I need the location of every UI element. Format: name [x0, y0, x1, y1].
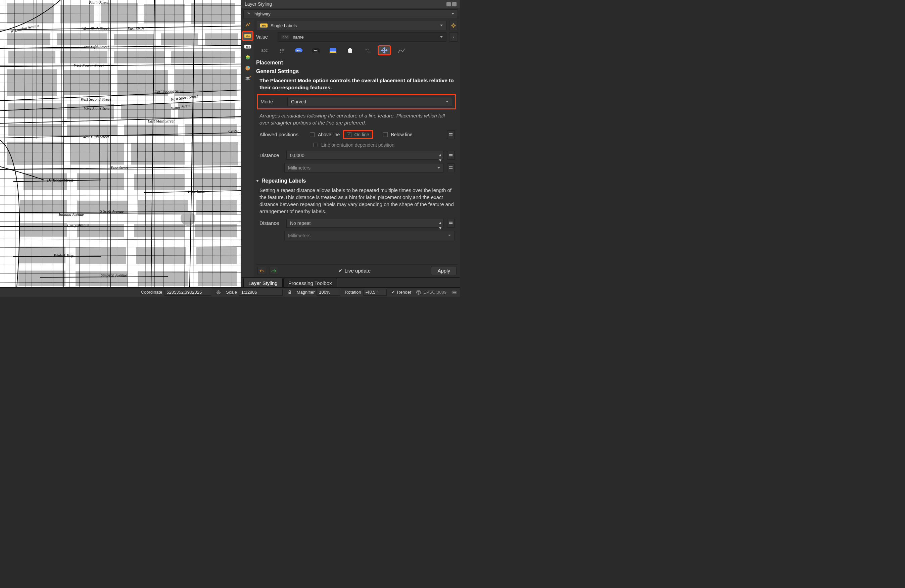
styling-main: abc Single Labels Value abc name	[254, 19, 460, 277]
3d-tab[interactable]	[243, 53, 253, 62]
orientation-row: Line orientation dependent position	[256, 142, 457, 148]
diagram-tab[interactable]	[243, 64, 253, 73]
svg-rect-140	[449, 135, 453, 136]
formatting-subtab[interactable]: abc< c	[275, 46, 288, 55]
value-field-dropdown[interactable]: abc name	[278, 32, 446, 41]
labels-tab[interactable]: abc	[243, 32, 253, 40]
layer-selector-dropdown[interactable]: highway	[243, 10, 458, 18]
svg-rect-20	[121, 104, 171, 119]
street-label: Central Avenue	[228, 129, 241, 133]
close-icon[interactable]	[452, 2, 457, 6]
text-subtab[interactable]: abc	[258, 46, 271, 55]
label-settings-icon[interactable]	[449, 21, 458, 30]
rendering-subtab[interactable]	[395, 46, 408, 55]
mag-value[interactable]: 100%	[316, 289, 340, 296]
magnifier-field: Magnifier 100%	[297, 289, 340, 296]
status-bar: Coordinate 5285352,3902325 Scale 1:12886…	[0, 287, 460, 297]
repeat-distance-label: Distance	[259, 220, 283, 226]
label-subtabs: abc abc< c abc abc	[256, 44, 458, 59]
street-label: West Fifth Street	[82, 44, 109, 49]
repeating-expander[interactable]: Repeating Labels	[256, 178, 457, 184]
messages-icon[interactable]	[451, 290, 457, 295]
placement-help-text: The Placement Mode option controls the o…	[259, 77, 454, 91]
street-label: Winbak Way	[54, 253, 74, 258]
label-mode-dropdown[interactable]: abc Single Labels	[256, 21, 446, 30]
live-update-label: Live update	[345, 268, 371, 274]
allowed-label: Allowed positions	[259, 132, 306, 137]
svg-point-110	[249, 23, 251, 24]
epsg-field[interactable]: EPSG:3089	[416, 290, 446, 295]
symbology-tab[interactable]	[243, 21, 253, 30]
placement-header: Placement	[256, 60, 457, 66]
orientation-label: Line orientation dependent position	[321, 142, 394, 148]
map-canvas[interactable]: Eddie StreetW Loudon AvenueWest Sixth St…	[0, 0, 241, 287]
dock-tab-toolbox[interactable]: Processing Toolbox	[283, 278, 337, 287]
svg-rect-143	[449, 166, 453, 167]
street-label: Pine Street	[110, 166, 129, 171]
svg-rect-150	[288, 292, 291, 294]
svg-point-38	[181, 211, 195, 226]
svg-rect-26	[7, 142, 64, 165]
above-line-label: Above line	[318, 132, 340, 137]
placement-mode-value: Curved	[291, 99, 306, 105]
street-label: S Scott Avenue	[100, 209, 124, 214]
extent-icon[interactable]	[216, 290, 221, 295]
callouts-subtab[interactable]: abc	[361, 46, 374, 55]
mode-label: Mode	[260, 99, 284, 105]
render-toggle[interactable]: ✔ Render	[391, 290, 411, 295]
allowed-positions-dd-icon[interactable]	[447, 130, 454, 139]
panel-title-bar: Layer Styling	[241, 0, 460, 8]
history-tab[interactable]	[243, 74, 253, 83]
expression-icon[interactable]: ε	[449, 32, 458, 41]
lock-icon[interactable]	[287, 290, 292, 295]
layer-selected-name: highway	[254, 11, 271, 16]
repeat-unit-dropdown[interactable]: Millimeters	[284, 231, 454, 240]
distance-unit-dropdown[interactable]: Millimeters	[284, 163, 444, 173]
on-line-checkbox[interactable]	[347, 132, 351, 137]
street-label: West Short Street	[84, 106, 111, 111]
coord-value[interactable]: 5285352,3902325	[164, 289, 211, 296]
styling-vertical-tabs: abc abc	[241, 19, 254, 277]
panel-title: Layer Styling	[245, 2, 272, 7]
masks-tab[interactable]: abc	[243, 42, 253, 51]
orientation-checkbox[interactable]	[313, 143, 318, 147]
undo-button[interactable]	[257, 267, 266, 275]
rot-label: Rotation	[345, 290, 361, 295]
placement-mode-dropdown[interactable]: Curved	[287, 97, 452, 106]
svg-rect-1	[60, 5, 94, 24]
repeat-distance-input[interactable]: No repeat ▴▾	[286, 219, 444, 228]
undock-icon[interactable]	[446, 2, 451, 6]
redo-button[interactable]	[270, 267, 278, 275]
svg-text:abc: abc	[246, 35, 250, 37]
rot-value[interactable]: -48.5 °	[363, 289, 387, 296]
repeat-distance-value: No repeat	[290, 220, 311, 226]
svg-point-118	[452, 24, 454, 26]
svg-text:< c: < c	[279, 51, 283, 53]
svg-rect-14	[7, 70, 57, 96]
street-label: Rose Lane	[187, 189, 205, 193]
background-subtab[interactable]	[327, 46, 339, 55]
repeat-distance-dd-icon[interactable]	[447, 219, 454, 228]
live-update-toggle[interactable]: ✔ Live update	[339, 268, 371, 274]
svg-rect-50	[198, 271, 237, 286]
below-line-checkbox[interactable]	[383, 132, 388, 137]
svg-rect-46	[196, 247, 237, 264]
apply-row: ✔ Live update Apply	[256, 265, 458, 277]
above-line-checkbox[interactable]	[310, 132, 314, 137]
distance-input[interactable]: 0.0000 ▴▾	[286, 151, 444, 160]
repeating-header: Repeating Labels	[262, 178, 306, 184]
placement-subtab[interactable]	[378, 46, 391, 55]
distance-dd-icon[interactable]	[447, 151, 454, 160]
dock-tab-styling[interactable]: Layer Styling	[243, 278, 283, 287]
buffer-subtab[interactable]: abc	[292, 46, 305, 55]
street-label: West High Street	[82, 135, 109, 139]
value-field-name: name	[293, 35, 304, 40]
svg-rect-6	[57, 33, 107, 45]
distance-unit-dd-icon[interactable]	[447, 163, 454, 172]
apply-button[interactable]: Apply	[431, 266, 457, 275]
placement-scroll-area[interactable]: Placement General Settings The Placement…	[256, 59, 458, 263]
scale-value[interactable]: 1:12886	[239, 289, 283, 296]
svg-rect-31	[77, 173, 124, 190]
mask-subtab[interactable]: abc	[310, 46, 322, 55]
shadow-subtab[interactable]	[344, 46, 357, 55]
